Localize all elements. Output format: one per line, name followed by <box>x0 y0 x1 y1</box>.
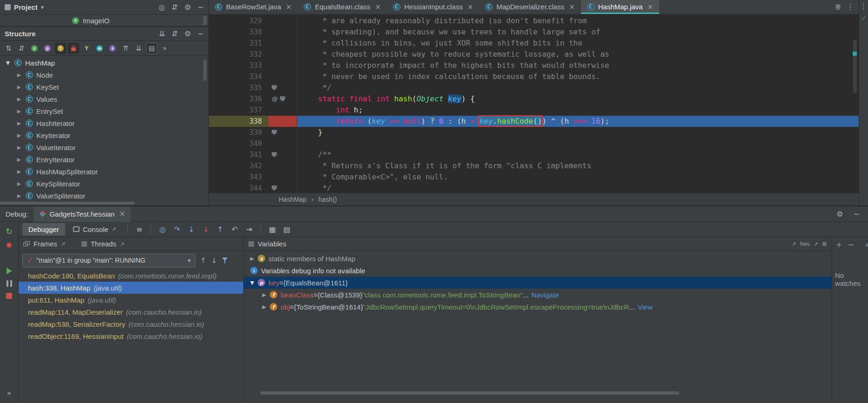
stop-icon[interactable] <box>6 293 12 299</box>
gear-icon[interactable]: ⚙ <box>184 29 191 38</box>
layout-icon[interactable]: ≣ <box>822 240 827 247</box>
chevron-right-icon[interactable]: ▶ <box>16 96 22 102</box>
filter-icon[interactable]: Y <box>81 43 92 54</box>
layout-menu-icon[interactable]: ≡ <box>133 225 146 234</box>
editor-tab[interactable]: CEqualsBean.class× <box>298 0 387 14</box>
force-step-into-icon[interactable]: ↓ <box>200 225 212 234</box>
chevron-down-icon[interactable]: ▼ <box>5 60 11 66</box>
gear-icon[interactable]: ⚙ <box>836 210 843 218</box>
chevron-right-icon[interactable]: ▶ <box>260 304 268 310</box>
code-line[interactable]: 336@ static final int hash(Object key) { <box>209 93 859 105</box>
code-line[interactable]: 340 <box>209 138 859 149</box>
chevron-right-icon[interactable]: ▶ <box>260 292 268 298</box>
structure-item[interactable]: ▶CEntryIterator <box>0 153 208 165</box>
jump-icon[interactable]: ↗ <box>792 241 796 247</box>
value-link[interactable]: Navigate <box>531 291 559 299</box>
more-options-icon[interactable]: ⋮ <box>860 2 868 11</box>
code-line[interactable]: 339 } <box>209 127 859 138</box>
hide-library-frames-icon[interactable] <box>222 258 228 264</box>
expand-all-icon[interactable]: ⇈ <box>120 43 131 54</box>
code-line[interactable]: 331 * collisions in bins, we just XOR so… <box>209 38 859 49</box>
resume-program-icon[interactable] <box>7 268 12 274</box>
code-line[interactable]: 337 int h; <box>209 105 859 116</box>
hide-panel-icon[interactable]: − <box>854 210 860 218</box>
chevron-right-icon[interactable]: ▶ <box>16 145 22 151</box>
step-out-icon[interactable]: ↑ <box>214 225 227 234</box>
add-watch-icon[interactable]: + <box>836 240 842 249</box>
debug-config-icon[interactable] <box>6 242 12 248</box>
collapse-all-icon[interactable]: ⇊ <box>133 43 144 54</box>
jump-icon[interactable]: ↗ <box>814 241 818 247</box>
chevron-right-icon[interactable]: ▶ <box>16 181 22 187</box>
expand-all-icon[interactable]: ⇊ <box>159 29 165 38</box>
view-breakpoints-icon[interactable]: ▦ <box>266 225 279 234</box>
frames-tab-label[interactable]: Frames <box>33 240 57 248</box>
tab-list-icon[interactable]: ≣ <box>835 2 841 11</box>
thread-dropdown[interactable]: ✓ "main"@1 in group "main": RUNNING ▾ <box>22 254 195 267</box>
value-link[interactable]: View <box>638 303 653 311</box>
more-options-icon[interactable]: ⋮ <box>847 2 854 11</box>
show-methods-icon[interactable]: m <box>94 43 105 54</box>
chevron-right-icon[interactable]: ▶ <box>16 132 22 139</box>
chevron-right-icon[interactable]: ▶ <box>16 72 22 78</box>
collapse-all-icon[interactable]: ⇵ <box>172 3 178 12</box>
chevron-down-icon[interactable]: ▼ <box>248 280 256 286</box>
close-icon[interactable]: × <box>569 3 575 11</box>
code-line[interactable]: 344 */ <box>209 183 859 193</box>
show-properties-icon[interactable]: p <box>42 43 53 54</box>
scrollbar-thumb[interactable] <box>203 16 207 25</box>
step-into-icon[interactable]: ↓ <box>185 225 198 234</box>
chevron-down-icon[interactable]: ▾ <box>41 4 44 11</box>
stack-frame-row[interactable]: readMap:114, MapDeserializer(com.caucho.… <box>19 306 243 318</box>
show-fields-icon[interactable]: f <box>55 43 66 54</box>
tab-console[interactable]: Console ↗ <box>67 223 122 236</box>
code-line[interactable]: 338 return (key == null) ? 0 : (h = key.… <box>209 116 859 127</box>
chevron-right-icon[interactable]: ▶ <box>16 193 22 199</box>
close-icon[interactable]: × <box>286 3 292 11</box>
pause-program-icon[interactable] <box>7 280 12 287</box>
code-line[interactable]: 332 * cheapest possible way to reduce sy… <box>209 49 859 60</box>
close-icon[interactable]: × <box>467 3 474 11</box>
breadcrumb-method[interactable]: hash() <box>319 196 337 203</box>
next-frame-icon[interactable]: ↓ <box>211 256 217 265</box>
editor-tab[interactable]: CHessianInput.class× <box>387 0 479 14</box>
code-line[interactable]: 330 * spreading), and because we use tre… <box>209 26 859 38</box>
show-lambdas-icon[interactable]: λ <box>107 43 118 54</box>
code-line[interactable]: 333 * to incorporate impact of the highe… <box>209 60 859 71</box>
breadcrumb-class[interactable]: HashMap <box>279 196 307 203</box>
show-non-public-icon[interactable] <box>68 43 79 54</box>
scrollbar-thumb[interactable] <box>853 40 857 93</box>
show-execution-point-icon[interactable]: ◎ <box>156 225 169 234</box>
code-line[interactable]: 341 /** <box>209 149 859 160</box>
variable-row[interactable]: ▶fbeanClass = {Class@1539} "class com.ro… <box>244 289 832 301</box>
close-icon[interactable]: × <box>648 3 654 11</box>
stack-frame-row[interactable]: readMap:538, SerializerFactory(com.cauch… <box>19 318 243 330</box>
code-line[interactable]: 343 * Comparable<C>", else null. <box>209 172 859 183</box>
chevron-right-icon[interactable]: ▶ <box>248 256 256 262</box>
scrollbar-thumb[interactable] <box>203 59 207 81</box>
sort-alphabetically-icon[interactable]: ⇅ <box>3 43 14 54</box>
stack-frame-row[interactable]: hash:338, HashMap(java.util) <box>19 282 243 294</box>
code-line[interactable]: 329 * are already reasonably distributed… <box>209 15 859 26</box>
close-icon[interactable]: × <box>375 3 381 11</box>
structure-root-row[interactable]: ▼CHashMap <box>0 57 208 69</box>
chevron-right-icon[interactable]: ▶ <box>16 120 22 126</box>
debug-session-tab[interactable]: GadgetsTest.hessian × <box>33 206 131 222</box>
editor-tab[interactable]: CHashMap.java× <box>581 0 659 14</box>
collapse-all-icon[interactable]: ⇵ <box>172 29 178 38</box>
more-actions-icon[interactable]: » <box>159 43 170 54</box>
variable-row[interactable]: iVariables debug info not available <box>244 264 832 277</box>
structure-item[interactable]: ▶CValueSpliterator <box>0 190 208 202</box>
mute-breakpoints-icon[interactable]: ▤ <box>280 225 293 234</box>
structure-item[interactable]: ▶CHashMapSpliterator <box>0 165 208 178</box>
variable-row[interactable]: ▼pkey = {EqualsBean@1611} <box>244 277 832 289</box>
structure-item[interactable]: ▶CNode <box>0 69 208 81</box>
group-by-icon[interactable]: ▤ <box>146 43 157 54</box>
structure-item[interactable]: ▶CKeyIterator <box>0 129 208 141</box>
structure-item[interactable]: ▶CKeySpliterator <box>0 178 208 190</box>
code-line[interactable]: 334 * never be used in index calculation… <box>209 71 859 82</box>
rerun-icon[interactable]: ↻ <box>6 226 13 236</box>
chevron-right-icon[interactable]: ▶ <box>16 169 22 175</box>
step-over-icon[interactable]: ↷ <box>171 225 183 234</box>
chevron-right-icon[interactable]: ▶ <box>16 84 22 90</box>
